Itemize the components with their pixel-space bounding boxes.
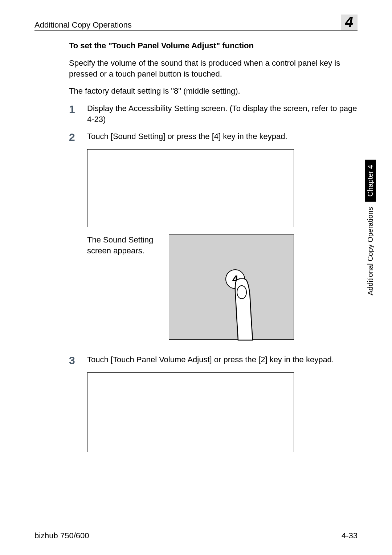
screenshot-placeholder-1 (87, 149, 294, 227)
step-3: 3 Touch [Touch Panel Volume Adjust] or p… (69, 354, 358, 366)
step-1: 1 Display the Accessibility Setting scre… (69, 103, 358, 125)
intro-paragraph-2: The factory default setting is "8" (midd… (69, 86, 358, 97)
chapter-number-box: 4 (341, 15, 358, 30)
section-heading: To set the "Touch Panel Volume Adjust" f… (69, 41, 358, 50)
footer-page-number: 4-33 (342, 531, 358, 540)
page-footer: bizhub 750/600 4-33 (34, 528, 358, 540)
touch-keypad-figure: 4 (169, 234, 294, 340)
finger-icon (233, 278, 262, 342)
screenshot-placeholder-2 (87, 372, 294, 452)
intro-paragraph-1: Specify the volume of the sound that is … (69, 58, 358, 79)
sound-setting-text: The Sound Setting screen appears. (87, 234, 158, 340)
step-text: Touch [Touch Panel Volume Adjust] or pre… (87, 354, 358, 366)
side-tab-chapter: Chapter 4 (365, 160, 376, 202)
sound-setting-row: The Sound Setting screen appears. 4 (87, 234, 358, 340)
step-2: 2 Touch [Sound Setting] or press the [4]… (69, 131, 358, 143)
step-number: 3 (69, 354, 87, 366)
step-text: Display the Accessibility Setting screen… (87, 103, 358, 125)
page-header: Additional Copy Operations 4 (34, 15, 358, 31)
side-tab: Chapter 4 Additional Copy Operations (364, 160, 377, 300)
step-text: Touch [Sound Setting] or press the [4] k… (87, 131, 358, 143)
footer-model: bizhub 750/600 (34, 531, 89, 540)
step-number: 1 (69, 103, 87, 125)
step-number: 2 (69, 131, 87, 143)
side-tab-section: Additional Copy Operations (366, 202, 375, 300)
header-title: Additional Copy Operations (34, 20, 132, 30)
